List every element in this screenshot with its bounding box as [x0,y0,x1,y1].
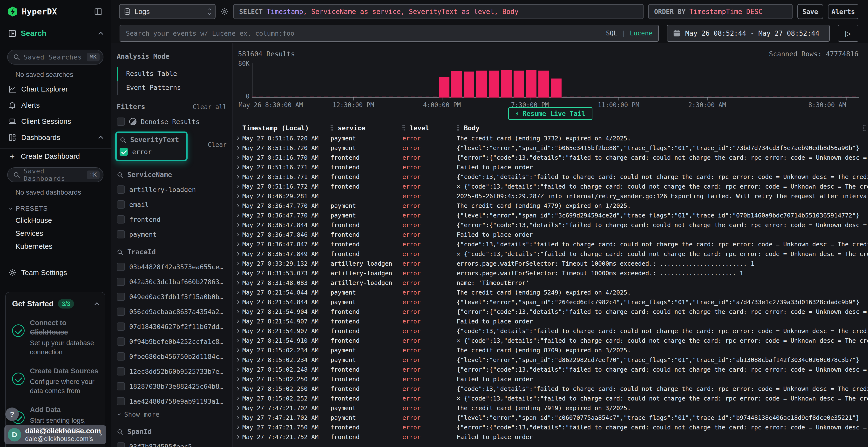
histogram-bar[interactable] [452,71,462,98]
collapse-sidebar-icon[interactable] [94,7,102,16]
trace-value[interactable]: 049ed0ac3fdb1f3f15a0b0b… [117,293,227,301]
preset-item-kubernetes[interactable]: Kubernetes [0,240,111,253]
checkbox[interactable] [117,322,125,331]
saved-dashboards-input[interactable]: Saved Dashboards ⌘K [7,167,103,182]
table-row[interactable]: May 27 8:21:54.907 AMfrontenderrorFailed… [233,316,868,326]
histogram-bar[interactable] [489,71,499,98]
search-icon[interactable] [117,428,123,435]
expand-row-icon[interactable] [233,214,242,216]
expand-row-icon[interactable] [233,358,242,361]
tab-results-table[interactable]: Results Table [117,67,227,81]
trace-value[interactable]: 03b44828f42a3573ea655ce… [117,263,227,271]
column-resize-handle[interactable] [331,125,333,131]
clear-all-filters-button[interactable]: Clear all [193,103,227,110]
trace-value[interactable]: 042a30c3dc1baf660b27863… [117,278,227,286]
col-service[interactable]: service [331,124,402,132]
checkbox[interactable] [117,230,125,238]
checkbox[interactable] [117,308,125,316]
expand-row-icon[interactable] [233,272,242,274]
expand-row-icon[interactable] [233,426,242,428]
denoise-checkbox[interactable] [117,117,125,126]
help-button[interactable]: ? [5,408,19,421]
error-checkbox[interactable] [120,148,128,156]
event-search-box[interactable]: SQL | Lucene [120,25,659,42]
expand-row-icon[interactable] [233,301,242,303]
table-row[interactable]: May 27 7:47:21.702 AMpaymenterror{"level… [233,413,868,422]
get-started-header[interactable]: Get Started 3/3 [12,299,99,309]
checkbox[interactable] [117,263,125,271]
run-query-button[interactable]: ▷ [838,25,858,42]
table-row[interactable]: May 27 8:36:47.770 AMpaymenterrorThe cre… [233,201,868,210]
date-range-picker[interactable]: May 26 08:52:44 - May 27 08:52:44 [667,25,830,42]
expand-row-icon[interactable] [233,262,242,265]
table-row[interactable]: May 27 8:31:48.083 AMartillery-loadgener… [233,278,868,287]
checkbox[interactable] [117,352,125,360]
trace-value[interactable]: 0fbe680eb456750b2d1184c… [117,352,227,360]
checkbox[interactable] [117,397,125,405]
expand-row-icon[interactable] [233,176,242,178]
table-row[interactable]: May 27 8:46:29.281 AMerror2025-05-26T09:… [233,191,868,201]
expand-row-icon[interactable] [233,166,242,168]
service-value[interactable]: artillery-loadgen [117,185,227,194]
saved-searches-input[interactable]: Saved Searches ⌘K [7,49,103,65]
checkbox[interactable] [117,382,125,390]
source-select[interactable]: Logs [119,4,216,19]
table-row[interactable]: May 27 7:47:21.750 AMfrontenderror{"erro… [233,422,868,432]
col-body[interactable]: Body [457,124,868,132]
checkbox[interactable] [117,215,125,224]
table-row[interactable]: May 27 8:51:16.772 AMfrontenderror× {"co… [233,182,868,191]
expand-row-icon[interactable] [233,233,242,236]
checkbox[interactable] [117,185,125,194]
denoise-filter[interactable]: Denoise Results [117,117,227,126]
checkbox[interactable] [117,200,125,209]
order-by-input[interactable]: ORDER BY TimestampTime DESC [648,4,793,19]
column-resize-handle[interactable] [402,125,405,131]
resume-live-tail-button[interactable]: ⚡ Resume Live Tail [508,107,592,120]
lucene-mode-toggle[interactable]: Lucene [630,30,652,37]
checkbox[interactable] [117,278,125,286]
show-more-traces[interactable]: Show more [117,411,227,418]
save-button[interactable]: Save [797,4,823,19]
table-row[interactable]: May 27 8:21:54.904 AMfrontenderror{"erro… [233,307,868,316]
presets-toggle[interactable]: PRESETS [0,199,111,214]
checkbox[interactable] [117,337,125,346]
sidebar-item-dashboards[interactable]: Dashboards [0,129,111,145]
trace-value[interactable]: 1ae42480d758e9ab91193a1… [117,397,227,405]
trace-value[interactable]: 18287038b73e882425c64b8… [117,382,227,390]
histogram-bar[interactable] [538,71,549,98]
service-value[interactable]: email [117,200,227,209]
clear-severity-button[interactable]: Clear [208,141,227,148]
expand-row-icon[interactable] [233,397,242,400]
table-row[interactable]: May 27 8:15:02.250 AMfrontenderrorFailed… [233,374,868,384]
expand-row-icon[interactable] [233,349,242,351]
table-row[interactable]: May 27 8:15:02.252 AMfrontenderror× {"co… [233,393,868,403]
table-row[interactable]: May 27 8:21:54.910 AMfrontenderror× {"co… [233,336,868,345]
expand-row-icon[interactable] [233,416,242,419]
expand-row-icon[interactable] [233,147,242,149]
sidebar-item-chart-explorer[interactable]: Chart Explorer [0,81,111,97]
checkbox[interactable] [117,367,125,375]
table-row[interactable]: May 27 8:51:16.720 AMpaymenterrorThe cre… [233,133,868,143]
expand-row-icon[interactable] [233,436,242,438]
table-row[interactable]: May 27 7:47:21.702 AMpaymenterrorThe cre… [233,403,868,413]
alerts-button[interactable]: Alerts [828,4,858,19]
table-row[interactable]: May 27 8:21:54.844 AMpaymenterrorThe cre… [233,287,868,297]
table-row[interactable]: May 27 8:21:54.907 AMfrontenderror{"code… [233,326,868,336]
histogram-bar[interactable] [526,70,536,98]
service-value[interactable]: frontend [117,215,227,224]
service-value[interactable]: payment [117,230,227,238]
table-row[interactable]: May 27 8:51:16.771 AMfrontenderrorFailed… [233,162,868,172]
table-row[interactable]: May 27 8:15:02.248 AMfrontenderror{"erro… [233,365,868,374]
expand-row-icon[interactable] [233,185,242,187]
select-query-input[interactable]: SELECT Timestamp, ServiceName as service… [234,4,644,19]
expand-row-icon[interactable] [233,224,242,226]
expand-row-icon[interactable] [233,310,242,313]
expand-row-icon[interactable] [233,339,242,342]
histogram-bar[interactable] [464,72,474,98]
table-row[interactable]: May 27 8:15:02.250 AMfrontenderror{"code… [233,384,868,393]
table-row[interactable]: May 27 8:51:16.770 AMfrontenderror{"erro… [233,153,868,162]
column-resize-handle[interactable] [457,125,459,131]
expand-row-icon[interactable] [233,204,242,207]
table-row[interactable]: May 27 8:36:47.847 AMfrontenderror{"code… [233,239,868,249]
table-row[interactable]: May 27 8:51:16.771 AMfrontenderror{"code… [233,172,868,182]
